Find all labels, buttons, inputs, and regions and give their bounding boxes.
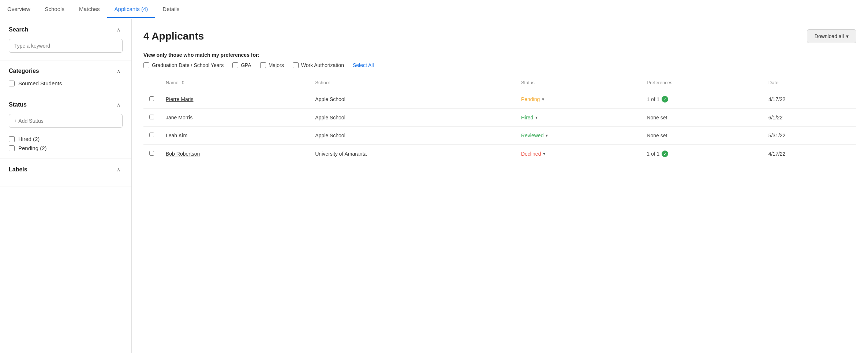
row-checkbox-cell (143, 145, 160, 163)
applicant-name-link[interactable]: Bob Robertson (166, 151, 200, 157)
th-select-all-checkbox (143, 75, 160, 90)
nav-tab-applicants[interactable]: Applicants (4) (107, 1, 156, 18)
row-name-cell: Jane Morris (160, 109, 309, 127)
preferences-value: 1 of 1 (647, 96, 659, 102)
filter-row: View only those who match my preferences… (143, 52, 856, 68)
name-sort-icon[interactable]: ⇕ (181, 80, 184, 85)
table-row: Jane MorrisApple SchoolHired▾None set6/1… (143, 109, 856, 127)
gpa-filter[interactable]: GPA (232, 62, 251, 68)
nav-tab-schools[interactable]: Schools (38, 1, 72, 18)
row-preferences-cell: 1 of 1✓ (641, 145, 762, 163)
nav-tab-matches[interactable]: Matches (72, 1, 107, 18)
row-checkbox[interactable] (149, 133, 154, 137)
filter-checkboxes: Graduation Date / School Years GPA Major… (143, 62, 856, 68)
grad-date-filter[interactable]: Graduation Date / School Years (143, 62, 224, 68)
row-date-cell: 4/17/22 (763, 145, 856, 163)
select-all-link[interactable]: Select All (353, 62, 374, 68)
download-all-label: Download all (815, 33, 844, 39)
th-school: School (309, 75, 515, 90)
filter-heading: View only those who match my preferences… (143, 52, 856, 58)
status-dropdown-icon[interactable]: ▾ (535, 115, 538, 120)
categories-title: Categories (9, 68, 39, 74)
row-school-cell: Apple School (309, 109, 515, 127)
sourced-students-filter[interactable]: Sourced Students (9, 80, 123, 86)
majors-label: Majors (269, 62, 284, 68)
hired-filter[interactable]: Hired (2) (9, 136, 123, 142)
page-title: 4 Applicants (143, 30, 204, 42)
row-date-cell: 4/17/22 (763, 90, 856, 109)
row-date-cell: 6/1/22 (763, 109, 856, 127)
labels-section: Labels (0, 159, 131, 186)
labels-title: Labels (9, 166, 27, 173)
row-preferences-cell: 1 of 1✓ (641, 90, 762, 109)
hired-checkbox[interactable] (9, 136, 15, 142)
pending-filter[interactable]: Pending (2) (9, 145, 123, 151)
add-status-input[interactable] (9, 114, 123, 128)
download-all-button[interactable]: Download all ▾ (807, 29, 856, 43)
work-auth-filter[interactable]: Work Authorization (293, 62, 344, 68)
row-checkbox-cell (143, 127, 160, 145)
status-section-header[interactable]: Status (9, 101, 123, 108)
row-status-cell: Reviewed▾ (515, 127, 641, 145)
nav-tab-details[interactable]: Details (155, 1, 187, 18)
hired-label: Hired (2) (18, 136, 40, 142)
applicants-table: Name ⇕ School Status Preferences Date Pi… (143, 75, 856, 163)
majors-filter[interactable]: Majors (260, 62, 284, 68)
grad-date-label: Graduation Date / School Years (152, 62, 224, 68)
status-dropdown-icon[interactable]: ▾ (546, 133, 548, 138)
status-dropdown-icon[interactable]: ▾ (543, 151, 545, 156)
table-row: Pierre MarisApple SchoolPending▾1 of 1✓4… (143, 90, 856, 109)
grad-date-checkbox[interactable] (143, 62, 149, 68)
sidebar: Search Categories Sourced Students Statu… (0, 19, 132, 353)
status-chevron-icon (117, 102, 123, 108)
row-checkbox-cell (143, 109, 160, 127)
preferences-check-icon: ✓ (662, 151, 668, 157)
table-row: Bob RobertsonUniversity of AmarantaDecli… (143, 145, 856, 163)
row-preferences-cell: None set (641, 127, 762, 145)
row-status-cell: Declined▾ (515, 145, 641, 163)
row-school-cell: Apple School (309, 127, 515, 145)
pending-checkbox[interactable] (9, 145, 15, 151)
row-checkbox[interactable] (149, 151, 154, 156)
preferences-value: None set (647, 133, 667, 138)
main-layout: Search Categories Sourced Students Statu… (0, 19, 868, 353)
main-content: 4 Applicants Download all ▾ View only th… (132, 19, 868, 353)
th-date: Date (763, 75, 856, 90)
th-name-label: Name (166, 80, 179, 85)
categories-section-header[interactable]: Categories (9, 68, 123, 74)
status-badge: Reviewed (521, 133, 543, 138)
search-section-header[interactable]: Search (9, 26, 123, 33)
search-input[interactable] (9, 39, 123, 53)
row-status-cell: Pending▾ (515, 90, 641, 109)
th-status: Status (515, 75, 641, 90)
gpa-checkbox[interactable] (232, 62, 238, 68)
row-date-cell: 5/31/22 (763, 127, 856, 145)
sourced-students-checkbox[interactable] (9, 81, 15, 86)
row-school-cell: University of Amaranta (309, 145, 515, 163)
work-auth-checkbox[interactable] (293, 62, 299, 68)
search-title: Search (9, 26, 28, 33)
status-badge: Hired (521, 115, 533, 120)
top-navigation: OverviewSchoolsMatchesApplicants (4)Deta… (0, 0, 868, 19)
download-dropdown-icon: ▾ (846, 33, 849, 39)
row-name-cell: Bob Robertson (160, 145, 309, 163)
row-name-cell: Leah Kim (160, 127, 309, 145)
search-chevron-icon (117, 27, 123, 33)
categories-chevron-icon (117, 68, 123, 74)
status-dropdown-icon[interactable]: ▾ (542, 97, 544, 102)
gpa-label: GPA (241, 62, 251, 68)
row-school-cell: Apple School (309, 90, 515, 109)
labels-section-header[interactable]: Labels (9, 166, 123, 173)
work-auth-label: Work Authorization (301, 62, 344, 68)
nav-tab-overview[interactable]: Overview (0, 1, 38, 18)
applicant-name-link[interactable]: Leah Kim (166, 133, 187, 138)
status-badge: Declined (521, 151, 541, 157)
row-checkbox[interactable] (149, 96, 154, 101)
labels-chevron-icon (117, 167, 123, 172)
status-badge: Pending (521, 96, 540, 102)
applicant-name-link[interactable]: Jane Morris (166, 115, 192, 120)
th-preferences: Preferences (641, 75, 762, 90)
row-checkbox[interactable] (149, 115, 154, 119)
applicant-name-link[interactable]: Pierre Maris (166, 96, 193, 102)
majors-checkbox[interactable] (260, 62, 266, 68)
